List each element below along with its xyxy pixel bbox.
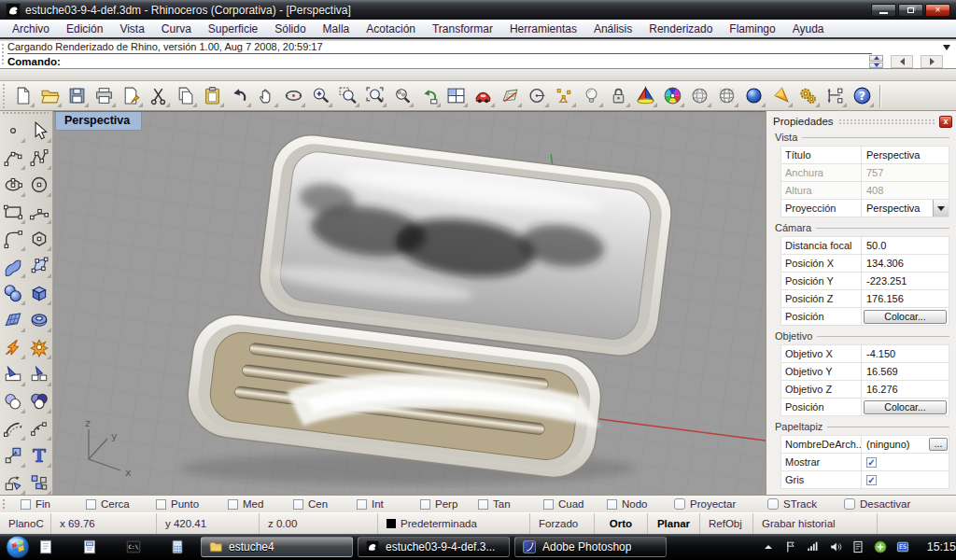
property-value[interactable]: 50.0 (862, 237, 949, 254)
osnap-desactivar[interactable]: Desactivar (844, 498, 937, 510)
sidebar-button-ellipse-pts[interactable] (0, 171, 26, 198)
toolbar-button-rotate-view[interactable] (280, 83, 307, 109)
toolbar-button-zoom-dynamic[interactable] (307, 83, 334, 109)
checkbox-checked[interactable]: ✓ (866, 457, 877, 468)
toolbar-grip[interactable] (2, 83, 7, 108)
spinner-up-button[interactable] (869, 55, 883, 62)
menu-item-flamingo[interactable]: Flamingo (721, 21, 783, 37)
osnap-checkbox-strack[interactable] (767, 498, 779, 510)
osnap-checkbox-fin[interactable] (21, 499, 31, 510)
viewport-tab-label[interactable]: Perspectiva (55, 112, 142, 131)
menu-item-vista[interactable]: Vista (111, 21, 152, 37)
sidebar-button-flyout-circle[interactable] (0, 117, 26, 144)
sidebar-button-trim[interactable] (0, 360, 26, 387)
property-value[interactable]: 16.276 (862, 381, 949, 398)
toolbar-button-uv-map[interactable] (497, 83, 524, 109)
menu-item-malla[interactable]: Malla (315, 21, 358, 37)
command-toolbar-grip[interactable] (1, 43, 6, 66)
osnap-cuad[interactable]: Cuad (543, 498, 607, 510)
sidebar-button-boolean-star[interactable] (26, 333, 52, 360)
status-orto[interactable]: Orto (595, 513, 648, 534)
property-value[interactable]: 176.156 (862, 290, 949, 307)
taskbar-task-estuche03-9-4-def-3[interactable]: estuche03-9-4-def.3... (358, 537, 510, 557)
property-value[interactable]: ✓ (862, 471, 949, 488)
tray-updates-icon[interactable] (873, 539, 888, 554)
quicklaunch-calculator-icon[interactable] (169, 539, 186, 555)
sidebar-button-offset-curve[interactable] (0, 414, 26, 441)
osnap-checkbox-proyectar[interactable] (674, 498, 685, 510)
scroll-left-button[interactable] (891, 55, 913, 68)
taskbar-clock[interactable]: 15:15 (927, 540, 956, 553)
properties-drag-grip[interactable] (838, 119, 935, 125)
menu-item-edicion[interactable]: Edición (58, 21, 111, 37)
taskbar-task-adobe-photoshop[interactable]: Adobe Photoshop (514, 537, 667, 557)
status-predeterminada[interactable]: Predeterminada (378, 513, 530, 534)
checkbox-checked[interactable]: ✓ (866, 475, 877, 485)
sidebar-button-rectangle[interactable] (0, 198, 26, 225)
property-value[interactable]: Perspectiva (862, 147, 949, 163)
restore-button[interactable] (898, 4, 923, 17)
viewport-canvas[interactable]: z y x (53, 112, 766, 495)
osnap-perp[interactable]: Perp (420, 498, 478, 510)
spinner-down-button[interactable] (869, 63, 883, 69)
sidebar-button-circles-two[interactable] (0, 387, 26, 414)
toolbar-button-paste[interactable] (199, 83, 226, 109)
toolbar-button-save[interactable] (63, 83, 91, 109)
sidebar-button-panel-surface[interactable] (0, 306, 26, 333)
toolbar-button-lamp[interactable] (578, 83, 605, 109)
status-planar[interactable]: Planar (648, 513, 700, 534)
toolbar-button-open-folder[interactable] (36, 83, 63, 109)
menu-item-solido[interactable]: Sólido (266, 21, 314, 37)
menu-item-analisis[interactable]: Análisis (585, 21, 640, 37)
browse-button[interactable]: ... (929, 438, 948, 451)
toolbar-button-lock[interactable] (605, 83, 632, 109)
sidebar-button-surface-gridpts[interactable] (26, 252, 52, 279)
menu-item-curva[interactable]: Curva (153, 21, 200, 37)
menu-item-archivo[interactable]: Archivo (4, 21, 58, 37)
tray-volume-icon[interactable] (828, 539, 843, 554)
quicklaunch-cmd-icon[interactable]: C:\ (125, 539, 142, 555)
osnap-punto[interactable]: Punto (156, 498, 228, 510)
toolbar-button-flamingo-cone[interactable] (767, 83, 794, 109)
toolbar-button-render[interactable] (632, 83, 659, 109)
taskbar-task-estuche4[interactable]: estuche4 (201, 537, 353, 557)
sidebar-button-fillet-corner[interactable] (0, 225, 26, 252)
toolbar-button-undo-view[interactable] (415, 83, 443, 109)
dropdown-button[interactable] (933, 200, 949, 217)
osnap-int[interactable]: Int (357, 498, 420, 510)
quicklaunch-notepad-icon[interactable] (37, 539, 54, 555)
osnap-checkbox-tan[interactable] (478, 499, 488, 510)
property-value[interactable]: Perspectiva (862, 200, 949, 217)
sidebar-button-blend-arc[interactable] (26, 414, 52, 441)
scroll-right-button[interactable] (921, 55, 943, 68)
sidebar-button-surface-curved[interactable] (0, 252, 26, 279)
menu-item-herramientas[interactable]: Herramientas (501, 21, 585, 37)
properties-close-button[interactable]: x (939, 116, 952, 128)
menu-item-acotacion[interactable]: Acotación (358, 21, 424, 37)
toolbar-button-color-wheel[interactable] (659, 83, 686, 109)
toolbar-button-export-page[interactable] (118, 83, 145, 109)
sidebar-button-rotate-rect[interactable] (0, 469, 26, 496)
sidebar-button-arc-pts[interactable] (26, 198, 52, 225)
sidebar-button-blocks[interactable] (26, 469, 52, 496)
status-refobj[interactable]: RefObj (700, 513, 753, 534)
property-value[interactable]: 16.569 (862, 363, 949, 380)
toolbar-button-named-views-car[interactable] (470, 83, 497, 109)
quicklaunch-wordpad-icon[interactable] (81, 539, 98, 555)
toolbar-button-radius-analyze[interactable] (524, 83, 551, 109)
menu-item-transformar[interactable]: Transformar (424, 21, 501, 37)
toolbar-button-zoom-selected[interactable] (388, 83, 415, 109)
tray-clipboard-tray-icon[interactable] (851, 539, 865, 554)
osnap-grip[interactable] (2, 498, 7, 510)
osnap-checkbox-cen[interactable] (293, 499, 303, 510)
toolbar-button-wireframe-sphere[interactable] (713, 83, 740, 109)
toolbar-button-shaded-sphere[interactable] (686, 83, 713, 109)
toolbar-button-zoom-extents[interactable] (361, 83, 388, 109)
osnap-nodo[interactable]: Nodo (607, 498, 674, 510)
toolbar-button-dimension-tools[interactable] (822, 83, 849, 109)
sidebar-button-curve-cp[interactable] (0, 144, 26, 171)
tray-network-icon[interactable] (806, 539, 821, 554)
osnap-fin[interactable]: Fin (21, 498, 86, 510)
sidebar-button-text-t[interactable]: T (26, 441, 52, 469)
property-value[interactable]: Colocar... (862, 308, 949, 325)
